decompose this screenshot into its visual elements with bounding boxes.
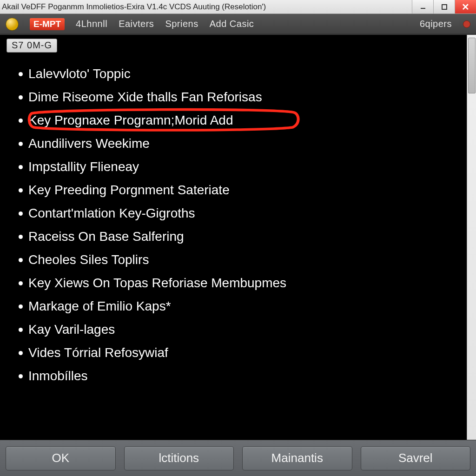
minimize-icon (420, 4, 426, 10)
bottom-bar: OK lctitions Mainantis Savrel (0, 440, 476, 476)
bullet-icon (19, 304, 23, 309)
savrel-button[interactable]: Savrel (361, 446, 471, 470)
list-item[interactable]: Cheoles Siles Toplirs (19, 253, 461, 266)
list-item[interactable]: Key Preeding Porgnment Sateriate (19, 184, 461, 197)
status-dot-icon (463, 20, 470, 28)
toolbar-empt-badge[interactable]: E-MPT (30, 18, 65, 30)
list-item[interactable]: Vides Tórrial Refosywiaf (19, 346, 461, 359)
list-item[interactable]: Lalevvloto' Toppic (19, 67, 461, 80)
bullet-icon (19, 142, 23, 146)
lctitions-button[interactable]: lctitions (124, 446, 234, 470)
list-item-label: Key Xiews On Topas Reforiase Membupmes (28, 277, 286, 290)
list-item[interactable]: Markage of Emilio Kaps* (19, 300, 461, 313)
bullet-icon (19, 235, 23, 239)
bullet-icon (19, 258, 23, 262)
maximize-button[interactable] (433, 0, 455, 13)
content-area: S7 0M-G Lalevvloto' ToppicDime Riseome X… (0, 34, 476, 440)
list-item[interactable]: Dime Riseome Xide thalls Fan Reforisas (19, 91, 461, 104)
window-buttons: ✕ (412, 0, 476, 13)
list-item-label: Vides Tórrial Refosywiaf (28, 346, 168, 359)
close-button[interactable]: ✕ (455, 0, 476, 13)
option-list: Lalevvloto' ToppicDime Riseome Xide thal… (0, 67, 476, 383)
list-item[interactable]: Kay Varil-lages (19, 323, 461, 336)
ok-button[interactable]: OK (6, 446, 116, 470)
minimize-button[interactable] (412, 0, 433, 13)
count-chip-text: S7 0M-G (12, 40, 52, 51)
list-item-label: Markage of Emilio Kaps* (28, 300, 171, 313)
bullet-icon (19, 95, 23, 99)
vertical-scrollbar[interactable] (467, 35, 476, 440)
app-logo-icon (6, 18, 19, 31)
toolbar-item-2[interactable]: Spriens (165, 19, 198, 29)
toolbar-right-label[interactable]: 6qipers (420, 19, 452, 29)
list-item-label: Lalevvloto' Toppic (28, 67, 131, 80)
list-item-label: Contart'mlation Key-Gigroths (28, 207, 195, 220)
list-item-label: Key Preeding Porgnment Sateriate (28, 184, 230, 197)
bullet-icon (19, 188, 23, 192)
list-item[interactable]: Impstallity Flieneay (19, 160, 461, 173)
list-item[interactable]: Key Xiews On Topas Reforiase Membupmes (19, 277, 461, 290)
toolbar-item-3[interactable]: Add Casic (210, 19, 254, 29)
list-item[interactable]: Raceiss On Base Salfering (19, 230, 461, 243)
scrollbar-thumb[interactable] (468, 38, 476, 93)
app-window: Akail VeDFF Poganmm Inmolietios-Exira V1… (0, 0, 476, 476)
list-item[interactable]: Inmobílles (19, 370, 461, 383)
list-item[interactable]: Key Prognaxe Programn;Morid Add (19, 114, 461, 127)
list-item[interactable]: Contart'mlation Key-Gigroths (19, 207, 461, 220)
bullet-icon (19, 281, 23, 285)
window-title: Akail VeDFF Poganmm Inmolietios-Exira V1… (2, 2, 412, 12)
bullet-icon (19, 165, 23, 169)
bullet-icon (19, 351, 23, 355)
svg-rect-0 (421, 8, 425, 9)
toolbar: E-MPT 4Lhnnll Eaivters Spriens Add Casic… (0, 14, 476, 34)
bullet-icon (19, 374, 23, 378)
list-item-label: Cheoles Siles Toplirs (28, 253, 149, 266)
bullet-icon (19, 328, 23, 332)
bullet-icon (19, 119, 23, 123)
mainantis-button[interactable]: Mainantis (242, 446, 352, 470)
svg-rect-1 (442, 5, 447, 9)
toolbar-item-0[interactable]: 4Lhnnll (76, 19, 107, 29)
count-chip: S7 0M-G (7, 39, 57, 53)
titlebar: Akail VeDFF Poganmm Inmolietios-Exira V1… (0, 0, 476, 14)
list-item-label: Inmobílles (28, 370, 88, 383)
list-item-label: Aundilivers Weekime (28, 137, 150, 150)
list-item-label: Impstallity Flieneay (28, 160, 139, 173)
list-item-label: Raceiss On Base Salfering (28, 230, 184, 243)
close-icon: ✕ (462, 1, 469, 13)
list-item-label: Kay Varil-lages (28, 323, 115, 336)
list-item-label: Key Prognaxe Programn;Morid Add (28, 114, 233, 127)
list-item-label: Dime Riseome Xide thalls Fan Reforisas (28, 91, 262, 104)
bullet-icon (19, 72, 23, 76)
list-item[interactable]: Aundilivers Weekime (19, 137, 461, 150)
toolbar-item-1[interactable]: Eaivters (119, 19, 154, 29)
bullet-icon (19, 212, 23, 216)
maximize-icon (441, 4, 448, 10)
